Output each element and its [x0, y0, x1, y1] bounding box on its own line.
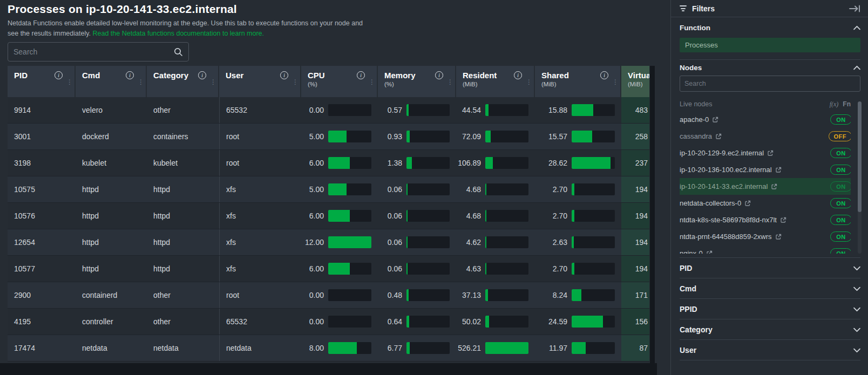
cell-resident: 50.02 — [456, 309, 535, 335]
table-row: 17474netdatanetdatanetdata8.006.77526.21… — [8, 335, 649, 362]
node-item-ip-10-20-129-9.ec2.internal[interactable]: ip-10-20-129-9.ec2.internalON — [680, 145, 851, 161]
info-icon[interactable]: i — [126, 71, 134, 79]
chevron-down-icon[interactable] — [853, 328, 860, 332]
column-header-cmd[interactable]: Cmdi⋮ — [76, 66, 147, 97]
node-item-ntdta-prnt-644588d859-2xwrs[interactable]: ntdta-prnt-644588d859-2xwrsON — [680, 228, 851, 245]
page-title: Processes on ip-10-20-141-33.ec2.interna… — [8, 3, 237, 16]
column-menu-icon[interactable]: ⋮ — [369, 79, 375, 85]
value-bar — [572, 157, 615, 169]
cell-cpu: 6.00 — [301, 150, 378, 176]
cell-shared: 11.97 — [535, 335, 621, 361]
info-icon[interactable]: i — [514, 71, 522, 79]
info-icon[interactable]: i — [280, 71, 288, 79]
nodes-search-input[interactable] — [684, 80, 856, 87]
documentation-link[interactable]: Read the Netdata functions documentation… — [92, 30, 264, 37]
external-link-icon[interactable] — [712, 117, 718, 123]
nodes-section-header[interactable]: Nodes — [680, 64, 860, 72]
node-status-badge: ON — [830, 114, 851, 125]
value-bar — [328, 289, 371, 301]
chevron-down-icon[interactable] — [853, 307, 860, 312]
column-menu-icon[interactable]: ⋮ — [138, 79, 144, 85]
nodes-search-box[interactable] — [680, 76, 860, 92]
chevron-down-icon[interactable] — [853, 287, 860, 291]
node-name: apache-0 — [680, 115, 709, 124]
function-section-header[interactable]: Function — [680, 24, 860, 32]
cell-resident: 4.63 — [456, 256, 535, 282]
node-item-ip-10-20-136-100.ec2.internal[interactable]: ip-10-20-136-100.ec2.internalON — [680, 161, 851, 178]
column-menu-icon[interactable]: ⋮ — [292, 79, 299, 85]
filter-section-header-pid[interactable]: PID — [680, 258, 860, 278]
chevron-down-icon[interactable] — [853, 266, 860, 271]
cell-cpu: 12.00 — [301, 229, 378, 255]
collapse-sidebar-icon[interactable] — [849, 5, 860, 12]
cell-resident: 4.68 — [456, 176, 535, 202]
cell-shared: 24.59 — [535, 309, 621, 335]
column-header-category[interactable]: Categoryi⋮ — [147, 66, 219, 97]
chevron-up-icon[interactable] — [853, 25, 860, 30]
filter-section-header-ppid[interactable]: PPID — [680, 299, 860, 319]
cell-pid: 4195 — [8, 309, 76, 335]
search-icon[interactable] — [173, 47, 183, 57]
info-icon[interactable]: i — [600, 71, 608, 79]
filter-section-label: Cmd — [680, 284, 696, 293]
column-menu-icon[interactable]: ⋮ — [210, 79, 216, 85]
node-item-netdata-collectors-0[interactable]: netdata-collectors-0ON — [680, 195, 851, 212]
external-link-icon[interactable] — [780, 217, 786, 223]
column-header-shared[interactable]: Shared(MiB)i⋮ — [535, 66, 621, 97]
node-status-badge: ON — [830, 231, 851, 242]
column-menu-icon[interactable]: ⋮ — [612, 79, 619, 85]
node-item-cassandra[interactable]: cassandraOFF — [680, 128, 851, 145]
filter-section-header-cmd[interactable]: Cmd — [680, 278, 860, 299]
cell-user: xfs — [219, 256, 301, 282]
info-icon[interactable]: i — [55, 71, 63, 79]
column-header-virtual[interactable]: Virtual(MiB)i⋮ — [621, 66, 649, 97]
external-link-icon[interactable] — [775, 167, 782, 173]
cell-category: containers — [147, 124, 219, 149]
cell-memory: 0.06 — [378, 176, 456, 202]
external-link-icon[interactable] — [775, 234, 782, 240]
value-bar-fill — [485, 236, 486, 248]
column-menu-icon[interactable]: ⋮ — [526, 79, 532, 85]
external-link-icon[interactable] — [771, 183, 777, 190]
node-item-nginx-0[interactable]: nginx-0ON — [680, 245, 851, 254]
column-menu-icon[interactable]: ⋮ — [66, 79, 73, 85]
external-link-icon[interactable] — [706, 250, 713, 254]
node-item-ip-10-20-141-33.ec2.internal[interactable]: ip-10-20-141-33.ec2.internalON — [680, 178, 851, 195]
cell-value: 4.62 — [456, 238, 481, 247]
column-header-pid[interactable]: PIDi⋮ — [8, 66, 76, 97]
info-icon[interactable]: i — [357, 71, 365, 79]
cell-user: xfs — [219, 229, 301, 255]
filter-section-label: PPID — [680, 305, 697, 313]
column-header-resident[interactable]: Resident(MiB)i⋮ — [456, 66, 535, 97]
table-horizontal-scrollbar[interactable] — [0, 363, 657, 375]
info-icon[interactable]: i — [435, 71, 443, 79]
cell-value: 8.00 — [301, 344, 324, 352]
cell-user: 65532 — [219, 309, 301, 335]
function-selected-processes[interactable]: Processes — [680, 38, 860, 52]
table-vertical-scrollbar[interactable] — [650, 66, 655, 375]
column-header-memory[interactable]: Memory(%)i⋮ — [378, 66, 456, 97]
search-input[interactable] — [13, 47, 173, 56]
node-list-scrollbar-thumb[interactable] — [858, 101, 862, 212]
value-bar — [406, 104, 450, 116]
filter-section-header-category[interactable]: Category — [680, 319, 860, 340]
node-item-apache-0[interactable]: apache-0ON — [680, 111, 851, 128]
chevron-up-icon[interactable] — [853, 65, 860, 70]
cell-resident: 44.54 — [456, 97, 535, 123]
column-menu-icon[interactable]: ⋮ — [447, 79, 453, 85]
info-icon[interactable]: i — [198, 71, 206, 79]
external-link-icon[interactable] — [767, 150, 774, 156]
column-header-user[interactable]: Useri⋮ — [219, 66, 301, 97]
table-search-box[interactable] — [8, 42, 189, 62]
column-header-cpu[interactable]: CPU(%)i⋮ — [301, 66, 378, 97]
external-link-icon[interactable] — [715, 133, 722, 140]
chevron-down-icon[interactable] — [853, 348, 860, 353]
cell-value: 106.89 — [456, 159, 481, 167]
external-link-icon[interactable] — [744, 200, 751, 207]
cell-virtual: 237 — [621, 150, 649, 176]
cell-category: httpd — [147, 176, 219, 202]
filter-section-header-user[interactable]: User — [680, 340, 860, 360]
node-item-ntdta-k8s-ste-58697b8f8d-nx7lt[interactable]: ntdta-k8s-ste-58697b8f8d-nx7ltON — [680, 212, 851, 228]
cell-virtual: 156 — [621, 309, 649, 335]
table-row: 4195controllerother655320.000.6450.0224.… — [8, 309, 649, 335]
